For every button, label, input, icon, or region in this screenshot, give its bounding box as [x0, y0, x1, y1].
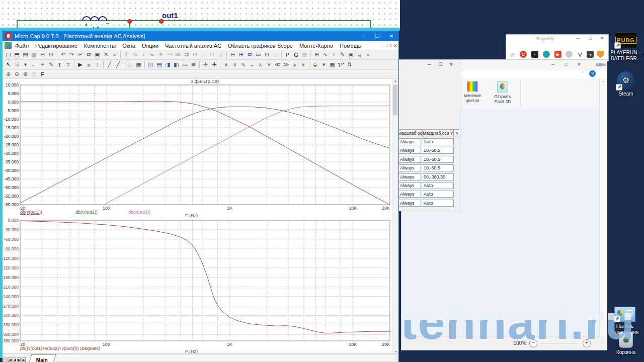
legend-2[interactable]: db(v(out3))	[128, 210, 150, 215]
x-scale-field-5[interactable]: Always	[398, 182, 421, 189]
split-vertical-icon[interactable]: ◫	[146, 61, 155, 69]
menu-опции[interactable]: Опции	[142, 43, 158, 49]
zoom-in-button[interactable]: +	[583, 339, 591, 347]
schematic-window[interactable]: + − L1 out1	[0, 0, 400, 29]
gate-icon[interactable]: ⊓	[208, 51, 216, 59]
chevron-down-icon[interactable]: ⌄	[602, 78, 605, 83]
vi-state-icon[interactable]: ᵥᵢ	[355, 51, 364, 59]
column-header-more[interactable]: >	[453, 129, 460, 137]
probe-icon[interactable]: ⊣	[165, 51, 174, 59]
y-scale-field-5[interactable]: Auto	[422, 182, 454, 189]
extension-dark-icon[interactable]: ◂	[587, 51, 594, 58]
cut-icon[interactable]: ✂	[76, 51, 85, 59]
column-header-x-scale[interactable]: Масштаб оси X	[397, 129, 422, 137]
tag-bag-icon[interactable]: ⬙	[311, 61, 319, 69]
browser-close-button[interactable]: ✕	[596, 35, 608, 42]
component-mode-icon[interactable]: ⌻	[13, 61, 21, 69]
zoom-slider[interactable]	[540, 343, 579, 343]
split-horizontal-icon[interactable]: ▤	[155, 61, 164, 69]
tornado-icon[interactable]: ≀	[330, 51, 338, 59]
save-as-icon[interactable]: ▥	[30, 51, 38, 59]
scale-properties-dialog[interactable]: ─ ☐ ✕ Масштаб оси X Масштаб оси Y > Alwa…	[398, 59, 460, 211]
mdi-minimize-button[interactable]: –	[380, 43, 386, 48]
desktop-icon-recycle-bin[interactable]: ♻ Корзина	[610, 332, 642, 355]
mdi-restore-button[interactable]: ❐	[386, 43, 392, 48]
coil-icon[interactable]: ∩	[216, 51, 225, 59]
page-nav-button-2[interactable]: ◀	[13, 357, 16, 362]
extension-black-face-icon[interactable]: •	[531, 51, 538, 58]
pane-right-icon[interactable]: ◨	[164, 61, 172, 69]
text-tool-icon[interactable]: T	[55, 61, 64, 69]
bookmark-star-icon[interactable]: ☆	[509, 51, 517, 59]
stop-icon[interactable]: ■	[85, 61, 93, 69]
print-icon[interactable]: ⊟	[38, 51, 47, 59]
list-icon[interactable]: ≣	[271, 51, 280, 59]
tag-dropdown-icon[interactable]: ▾	[319, 61, 328, 69]
point-probe-icon[interactable]: ✎	[47, 61, 55, 69]
ground-component-icon[interactable]: ⊥	[122, 51, 131, 59]
edit-colors-button[interactable]: менение цветов	[458, 80, 487, 107]
tile-horizontal-icon[interactable]: ⊟	[228, 51, 237, 59]
run-icon[interactable]: ▶	[76, 61, 85, 69]
desktop-icon-pubg[interactable]: PUBG↗ PLAYERUN... BATTLEGR...	[610, 32, 642, 62]
dialog-close-button[interactable]: ✕	[446, 62, 457, 67]
page-nav-button-3[interactable]: ▶	[17, 357, 21, 362]
flag-mode-icon[interactable]: ⌐	[30, 61, 38, 69]
grid-disabled-icon[interactable]: ▦	[300, 51, 309, 59]
capacitor-icon[interactable]: ≈	[148, 51, 156, 59]
open-paint3d-button[interactable]: Открыть Paint 3D	[488, 80, 517, 107]
go-right-icon[interactable]: ≫	[282, 61, 290, 69]
cursor-vertical-icon[interactable]: ✚	[210, 61, 218, 69]
star-component-icon[interactable]: ✳	[156, 51, 165, 59]
y-scale-field-6[interactable]: Auto	[422, 191, 454, 198]
extension-teal-icon[interactable]	[543, 51, 550, 58]
legend-1[interactable]: db(v(out2))	[75, 210, 98, 215]
cascade-icon[interactable]: ⧉	[246, 51, 254, 59]
pane-left-icon[interactable]: ◧	[172, 61, 181, 69]
help-icon[interactable]: ?	[589, 70, 596, 77]
dialog-maximize-button[interactable]: ☐	[435, 62, 446, 67]
new-file-icon[interactable]: ▢	[4, 51, 13, 59]
x-scale-field-2[interactable]: Always	[398, 156, 421, 163]
gain-chart[interactable]: 10.0005.0000.000-5.000-10.000-15.000-20.…	[3, 79, 393, 218]
properties-icon[interactable]: ⌗	[64, 61, 72, 69]
dim-icon[interactable]: ◎	[30, 70, 38, 78]
global-high-icon[interactable]: ⋎	[265, 61, 273, 69]
menu-окна[interactable]: Окна	[122, 43, 135, 49]
desktop-icon-control-panel[interactable]: ↗ Панель управления	[609, 307, 641, 335]
open-file-icon[interactable]: ⬒	[13, 51, 21, 59]
legend-0[interactable]: db(v(out1))	[20, 210, 42, 215]
go-left-icon[interactable]: ≪	[273, 61, 282, 69]
pause-icon[interactable]: ‖	[93, 61, 102, 69]
menu-частотный-анализ-ac[interactable]: Частотный анализ AC	[165, 43, 221, 49]
mode-dropdown-icon[interactable]: ▾	[21, 61, 30, 69]
maximize-button[interactable]: ☐	[370, 31, 384, 41]
copy-icon[interactable]: ⧉	[85, 51, 93, 59]
background-window-titlebar[interactable]: – □ ✕ адки	[455, 59, 607, 69]
line-thick-icon[interactable]: ╱	[114, 61, 122, 69]
microcap-window[interactable]: Micro-Cap 9.0.7.0 - [Частотный анализ AC…	[3, 31, 399, 362]
x-scale-field-4[interactable]: Always	[398, 173, 421, 180]
select-cursor-icon[interactable]: ↖	[4, 61, 13, 69]
tab-main[interactable]: Main	[29, 354, 56, 362]
minimize-button[interactable]: ─	[356, 31, 370, 41]
menu-компоненты[interactable]: Компоненты	[84, 43, 116, 49]
xy-swap-icon[interactable]: ⇅	[345, 61, 354, 69]
bar2-maximize-button[interactable]: □	[559, 60, 573, 69]
pencil-icon[interactable]: ✎	[338, 51, 347, 59]
waveform-icon[interactable]: ∿	[321, 51, 330, 59]
go-to-performance-icon[interactable]: G	[292, 51, 300, 59]
redo-icon[interactable]: ↷	[67, 51, 76, 59]
single-pane-icon[interactable]: ▭	[181, 61, 189, 69]
low-icon[interactable]: ⌄	[248, 61, 256, 69]
paste-icon[interactable]: ▣	[93, 51, 102, 59]
tile-vertical-icon[interactable]: ⊞	[237, 51, 246, 59]
x-scale-field-1[interactable]: Always	[398, 147, 421, 154]
browser-window[interactable]: Bogemly – □ ✕ ☆C•▶V◂⋮	[506, 34, 609, 61]
page-nav-button-1[interactable]: |◀	[8, 357, 12, 362]
cursor-horizontal-icon[interactable]: ✛	[201, 61, 210, 69]
overlay-icon[interactable]: ⊡	[263, 51, 271, 59]
y-scale-field-0[interactable]: Auto	[422, 138, 454, 145]
line-thin-icon[interactable]: ╱	[105, 61, 114, 69]
bar2-close-button[interactable]: ✕	[573, 60, 586, 69]
